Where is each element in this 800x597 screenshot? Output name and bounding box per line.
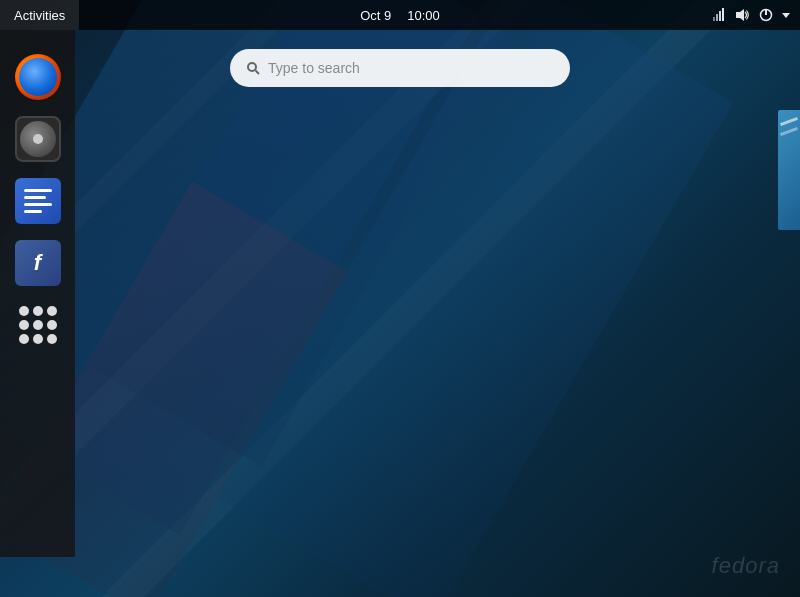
appgrid-dot [33,334,43,344]
dock-item-firefox[interactable] [11,50,65,104]
topbar-clock: Oct 9 10:00 [360,8,440,23]
window-preview-right[interactable] [778,110,800,230]
system-menu-arrow-icon[interactable] [782,11,790,19]
texteditor-line-4 [24,210,42,213]
dock: f [0,30,75,557]
desktop: fedora [0,0,800,597]
power-icon[interactable] [758,7,774,23]
appgrid-dot [33,320,43,330]
svg-rect-1 [716,14,718,21]
svg-point-8 [248,63,256,71]
firefox-icon [15,54,61,100]
texteditor-line-2 [24,196,46,199]
topbar-time: 10:00 [407,8,440,23]
dock-item-texteditor[interactable] [11,174,65,228]
search-placeholder: Type to search [268,60,554,76]
activities-button[interactable]: Activities [0,0,79,30]
appgrid-dot [19,320,29,330]
svg-rect-0 [713,17,715,21]
fedora-f-letter: f [34,252,41,274]
topbar-left: Activities [0,0,79,30]
search-container: Type to search [230,49,570,87]
appgrid-dot [19,334,29,344]
topbar: Activities Oct 9 10:00 [0,0,800,30]
svg-line-9 [256,71,260,75]
appgrid-dot [47,320,57,330]
texteditor-line-1 [24,189,52,192]
texteditor-line-3 [24,203,52,206]
dock-item-rhythmbox[interactable] [11,112,65,166]
sound-icon[interactable] [734,7,750,23]
svg-marker-7 [782,13,790,18]
rhythmbox-icon [15,116,61,162]
appgrid-dot [47,334,57,344]
network-icon[interactable] [710,7,726,23]
appgrid-dots [19,306,57,344]
topbar-date: Oct 9 [360,8,391,23]
search-icon [246,61,260,75]
rhythmbox-disc [20,121,56,157]
dock-item-appgrid[interactable] [11,298,65,352]
fedora-software-icon: f [15,240,61,286]
topbar-right [710,7,800,23]
dock-item-fedora-software[interactable]: f [11,236,65,290]
search-bar[interactable]: Type to search [230,49,570,87]
svg-rect-3 [722,8,724,21]
appgrid-dot [19,306,29,316]
texteditor-icon [15,178,61,224]
fedora-watermark: fedora [712,553,780,579]
appgrid-dot [47,306,57,316]
appgrid-icon [15,302,61,348]
svg-marker-4 [736,9,744,21]
appgrid-dot [33,306,43,316]
svg-rect-2 [719,11,721,21]
texteditor-lines [18,183,58,219]
